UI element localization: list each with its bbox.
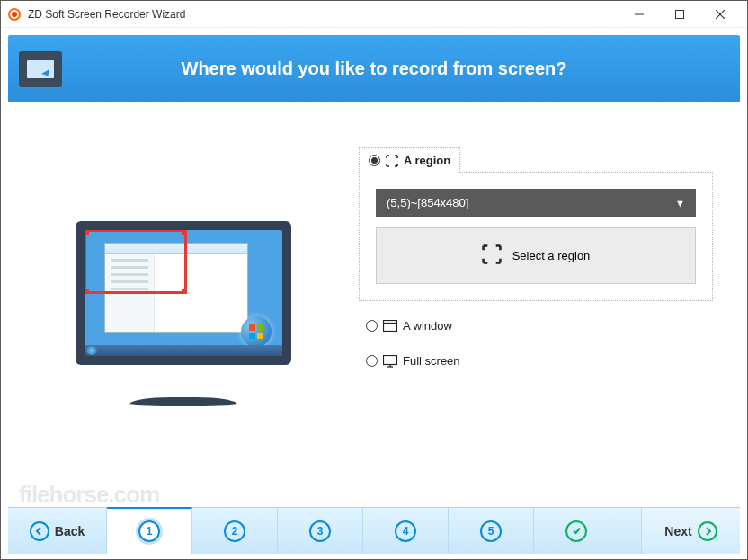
content-area: Where would you like to record from scre… <box>1 28 747 560</box>
close-icon <box>716 10 725 19</box>
window-title: ZD Soft Screen Recorder Wizard <box>28 8 185 21</box>
close-button[interactable] <box>699 2 740 27</box>
page-title: Where would you like to record from scre… <box>62 58 740 79</box>
region-dropdown-value: (5,5)~[854x480] <box>387 196 468 209</box>
maximize-button[interactable] <box>659 2 699 27</box>
region-crop-icon <box>386 155 398 167</box>
wizard-footer: Back 1 2 3 4 5 Next <box>8 507 740 554</box>
step-3[interactable]: 3 <box>278 508 363 554</box>
fullscreen-monitor-icon <box>383 355 397 368</box>
next-button[interactable]: Next <box>641 508 740 554</box>
window-option-group: A window <box>359 314 713 338</box>
windows-logo-icon <box>241 316 272 347</box>
options-panel: A region (5,5)~[854x480] ▼ Select a regi… <box>359 138 713 489</box>
fullscreen-option-header[interactable]: Full screen <box>359 349 713 373</box>
window-option-label: A window <box>403 319 452 333</box>
region-option-group: A region (5,5)~[854x480] ▼ Select a regi… <box>359 147 713 301</box>
region-option-header[interactable]: A region <box>359 147 460 173</box>
svg-rect-6 <box>384 355 397 364</box>
next-arrow-icon <box>698 521 717 541</box>
fullscreen-radio[interactable] <box>366 355 378 367</box>
back-label: Back <box>55 524 85 538</box>
svg-rect-1 <box>675 10 683 18</box>
window-icon <box>383 320 397 332</box>
step-2[interactable]: 2 <box>192 508 278 554</box>
monitor-illustration <box>76 221 291 406</box>
next-label: Next <box>664 524 691 538</box>
step-3-number: 3 <box>309 520 331 542</box>
dropdown-arrow-icon: ▼ <box>675 198 685 209</box>
header-monitor-icon <box>19 51 62 87</box>
wizard-header: Where would you like to record from scre… <box>8 35 740 102</box>
app-window: ZD Soft Screen Recorder Wizard Where wou… <box>0 0 748 560</box>
window-option-header[interactable]: A window <box>359 314 713 338</box>
illustration-panel <box>35 138 332 489</box>
step-confirm[interactable] <box>534 508 619 554</box>
app-icon <box>8 8 21 21</box>
maximize-icon <box>675 10 684 19</box>
step-1[interactable]: 1 <box>107 507 192 554</box>
fullscreen-option-label: Full screen <box>403 354 460 368</box>
window-radio[interactable] <box>366 320 378 332</box>
back-arrow-icon <box>30 521 49 541</box>
step-5[interactable]: 5 <box>449 508 534 554</box>
titlebar: ZD Soft Screen Recorder Wizard <box>1 1 747 28</box>
region-settings-panel: (5,5)~[854x480] ▼ Select a region <box>359 172 713 301</box>
step-2-number: 2 <box>224 520 245 542</box>
svg-rect-4 <box>384 321 397 332</box>
region-size-dropdown[interactable]: (5,5)~[854x480] ▼ <box>376 189 696 217</box>
back-button[interactable]: Back <box>8 508 107 554</box>
main-area: A region (5,5)~[854x480] ▼ Select a regi… <box>8 102 740 507</box>
check-icon <box>565 520 587 542</box>
select-region-label: Select a region <box>512 249 591 262</box>
select-region-crop-icon <box>482 244 502 267</box>
step-4-number: 4 <box>395 520 416 542</box>
region-radio[interactable] <box>369 155 380 166</box>
window-controls <box>619 2 740 27</box>
step-4[interactable]: 4 <box>363 508 449 554</box>
select-region-button[interactable]: Select a region <box>376 227 696 284</box>
minimize-icon <box>635 10 644 19</box>
fullscreen-option-group: Full screen <box>359 349 713 373</box>
step-5-number: 5 <box>480 520 502 542</box>
step-1-number: 1 <box>138 520 160 542</box>
region-option-label: A region <box>404 154 450 167</box>
region-highlight-icon <box>85 230 187 294</box>
minimize-button[interactable] <box>619 2 659 27</box>
